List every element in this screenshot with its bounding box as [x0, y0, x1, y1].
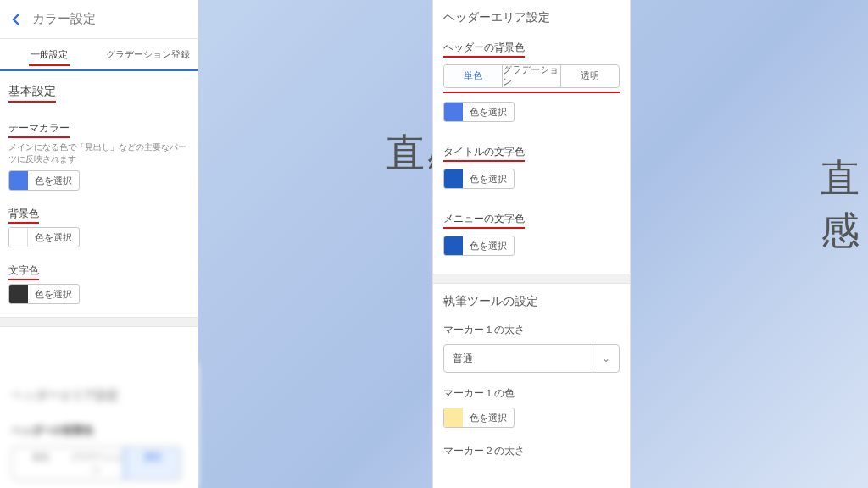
- left-settings-panel: カラー設定 一般設定 グラデーション登録 基本設定 テーマカラー メインになる色…: [0, 0, 198, 488]
- field-label-header-bg: ヘッダーの背景色: [443, 41, 525, 58]
- panel-header: カラー設定: [0, 0, 198, 39]
- active-underline: [29, 64, 70, 66]
- blur-field-label: ヘッダーの背景色: [12, 424, 189, 438]
- blur-section-title: ヘッダーエリア設定: [12, 388, 189, 403]
- header-bg-segmented: 単色 グラデーション 透明: [443, 64, 620, 88]
- color-swatch: [9, 228, 28, 247]
- button-label: 色を選択: [28, 288, 79, 301]
- blurred-lower-area: ヘッダーエリア設定 ヘッダーの背景色 単色 グラデーション 透明: [0, 364, 198, 488]
- marker1-thickness-select[interactable]: 普通 ⌄: [443, 344, 620, 373]
- panel-tabs: 一般設定 グラデーション登録: [0, 39, 198, 71]
- seg-solid[interactable]: 単色: [444, 65, 503, 87]
- header-bg-color-button[interactable]: 色を選択: [443, 102, 515, 122]
- field-theme-color: テーマカラー メインになる色で「見出し」などの主要なパーツに反映されます 色を選…: [8, 119, 189, 193]
- tab-label: 一般設定: [31, 48, 68, 61]
- basic-settings-section: 基本設定 テーマカラー メインになる色で「見出し」などの主要なパーツに反映されま…: [0, 71, 198, 317]
- color-swatch: [444, 103, 463, 121]
- menu-color-button[interactable]: 色を選択: [443, 236, 515, 256]
- button-label: 色を選択: [463, 173, 514, 186]
- field-help: メインになる色で「見出し」などの主要なパーツに反映されます: [8, 141, 189, 165]
- field-label-marker2-thickness: マーカー２の太さ: [443, 444, 620, 458]
- blur-segmented: 単色 グラデーション 透明: [12, 446, 181, 480]
- button-label: 色を選択: [28, 175, 79, 187]
- field-label-menu-color: メニューの文字色: [443, 212, 525, 229]
- seg-opt: 透明: [124, 446, 181, 480]
- color-swatch: [9, 285, 28, 303]
- background-color-button[interactable]: 色を選択: [8, 227, 80, 247]
- panel-title: カラー設定: [32, 11, 96, 27]
- button-label: 色を選択: [463, 412, 514, 424]
- button-label: 色を選択: [463, 106, 514, 119]
- section-title-writing-tools: 執筆ツールの設定: [443, 294, 620, 309]
- text-color-button[interactable]: 色を選択: [8, 284, 80, 304]
- field-label-marker1-thickness: マーカー１の太さ: [443, 323, 620, 337]
- chevron-down-icon: ⌄: [593, 345, 610, 372]
- field-label: テーマカラー: [8, 121, 70, 138]
- field-background-color: 背景色 色を選択: [8, 205, 189, 250]
- button-label: 色を選択: [28, 231, 79, 244]
- seg-opt: グラデーション: [69, 447, 125, 480]
- select-value: 普通: [453, 352, 473, 366]
- back-button[interactable]: [5, 8, 27, 30]
- seg-underline: [443, 92, 620, 93]
- button-label: 色を選択: [463, 240, 514, 252]
- seg-opt: 単色: [13, 447, 69, 480]
- tab-gradient-register[interactable]: グラデーション登録: [99, 39, 198, 69]
- color-swatch: [444, 408, 463, 427]
- section-divider: [0, 317, 198, 327]
- background-catchphrase-right: 直感: [821, 152, 868, 258]
- section-title-header-area: ヘッダーエリア設定: [443, 10, 620, 25]
- seg-gradient[interactable]: グラデーション: [503, 65, 561, 87]
- chevron-left-icon: [11, 13, 21, 26]
- tab-label: グラデーション登録: [106, 48, 190, 61]
- section-title-basic: 基本設定: [8, 84, 56, 103]
- field-label-marker1-color: マーカー１の色: [443, 386, 620, 401]
- color-swatch: [444, 236, 463, 255]
- color-swatch: [444, 169, 463, 188]
- color-swatch: [9, 171, 28, 190]
- section-divider: [433, 274, 630, 284]
- title-color-button[interactable]: 色を選択: [443, 169, 515, 189]
- field-label: 文字色: [8, 263, 39, 280]
- theme-color-button[interactable]: 色を選択: [8, 170, 80, 191]
- field-label: 背景色: [8, 207, 39, 224]
- field-text-color: 文字色 色を選択: [8, 262, 189, 307]
- seg-transparent[interactable]: 透明: [561, 65, 619, 87]
- field-label-title-color: タイトルの文字色: [443, 145, 525, 162]
- right-settings-panel: ヘッダーエリア設定 ヘッダーの背景色 単色 グラデーション 透明 色を選択 タイ…: [432, 0, 631, 488]
- tab-general[interactable]: 一般設定: [0, 39, 99, 69]
- marker1-color-button[interactable]: 色を選択: [443, 408, 515, 428]
